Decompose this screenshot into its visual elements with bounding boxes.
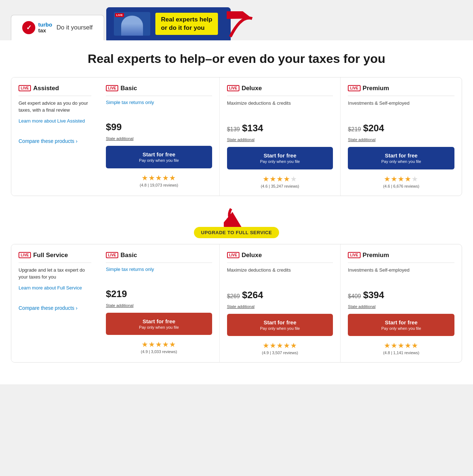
fs-premium-stars: ★★★★★ (4.8 | 1,141 reviews)	[348, 341, 454, 355]
bottom-spacer	[11, 370, 462, 384]
assisted-deluxe-stars: ★★★★★ (4.6 | 35,247 reviews)	[227, 175, 333, 188]
page-headline: Real experts to help–or even do your tax…	[11, 51, 462, 66]
live-badge-fs-basic: LIVE	[106, 252, 118, 258]
turbotax-brand-text: turbo tax	[38, 22, 52, 34]
assisted-deluxe-price: $134	[242, 123, 263, 134]
fs-premium-name: LIVE Premium	[348, 252, 454, 259]
assisted-deluxe-subtitle: Maximize deductions & credits	[227, 100, 291, 106]
tab-diy-label: Do it yourself	[56, 24, 92, 31]
assisted-premium-stars: ★★★★★ (4.6 | 6,676 reviews)	[348, 175, 454, 188]
star-rating-premium-icon: ★★★★★	[348, 175, 454, 183]
person-silhouette-icon	[121, 16, 143, 36]
live-badge-fs-deluxe: LIVE	[227, 252, 239, 258]
live-badge-basic: LIVE	[106, 85, 118, 91]
assisted-basic-subtitle[interactable]: Simple tax returns only	[106, 100, 212, 105]
live-badge-icon: LIVE	[115, 13, 124, 17]
assisted-basic-reviews: (4.8 | 19,073 reviews)	[106, 183, 212, 187]
fs-premium-reviews: (4.8 | 1,141 reviews)	[348, 351, 454, 355]
assisted-basic-cta-button[interactable]: Start for free Pay only when you file	[106, 146, 212, 168]
full-service-section: LIVE Full Service Upgrade and let a tax …	[11, 244, 462, 363]
fs-deluxe-stars: ★★★★★ (4.9 | 3,507 reviews)	[227, 341, 333, 355]
live-badge-premium: LIVE	[348, 85, 360, 91]
expert-tab-label: Real experts help or do it for you	[155, 13, 218, 35]
fs-deluxe-price: $264	[242, 289, 263, 301]
assisted-premium-reviews: (4.6 | 6,676 reviews)	[348, 184, 454, 188]
assisted-learn-more-link[interactable]: Learn more about Live Assisted	[19, 118, 91, 124]
fs-deluxe-name: LIVE Deluxe	[227, 252, 333, 259]
live-badge-deluxe: LIVE	[227, 85, 239, 91]
upgrade-arrow-icon	[224, 207, 249, 229]
fs-premium-subtitle: Investments & Self-employed	[348, 267, 409, 273]
assisted-basic-stars: ★★★★★ (4.8 | 19,073 reviews)	[106, 173, 212, 187]
fs-deluxe-reviews: (4.9 | 3,507 reviews)	[227, 351, 333, 355]
assisted-premium-name: LIVE Premium	[348, 85, 454, 92]
assisted-deluxe-name: LIVE Deluxe	[227, 85, 333, 92]
live-badge-full-service: LIVE	[19, 252, 31, 258]
assisted-basic-col: LIVE Basic Simple tax returns only $99 S…	[99, 77, 220, 196]
assisted-compare-link[interactable]: Compare these products ›	[19, 138, 91, 144]
fs-premium-price: $394	[363, 289, 384, 301]
assisted-left-col: LIVE Assisted Get expert advice as you d…	[11, 77, 99, 196]
assisted-deluxe-cta-button[interactable]: Start for free Pay only when you file	[227, 147, 333, 169]
live-badge-assisted: LIVE	[19, 85, 31, 91]
tabs-row: ✓ turbo tax Do it yourself LIVE Real exp…	[11, 7, 462, 40]
assisted-deluxe-state: State additional	[227, 137, 333, 142]
fs-deluxe-price-original: $269	[227, 293, 240, 300]
upgrade-label: UPGRADE TO FULL SERVICE	[194, 227, 279, 238]
turbotax-logo: ✓ turbo tax	[22, 21, 52, 34]
fs-basic-stars: ★★★★★ (4.9 | 3,033 reviews)	[106, 340, 212, 354]
assisted-premium-price-original: $219	[348, 126, 361, 133]
assisted-section-title: LIVE Assisted	[19, 85, 91, 92]
assisted-basic-price: $99	[106, 121, 122, 133]
fs-premium-state: State additional	[348, 304, 454, 309]
fs-basic-state: State additional	[106, 303, 212, 308]
full-service-desc: Upgrade and let a tax expert do your tax…	[19, 267, 91, 281]
fs-premium-price-original: $409	[348, 293, 361, 300]
assisted-premium-subtitle: Investments & Self-employed	[348, 100, 409, 106]
top-section: ✓ turbo tax Do it yourself LIVE Real exp…	[0, 0, 473, 40]
fs-deluxe-state: State additional	[227, 304, 333, 309]
full-service-section-title: LIVE Full Service	[19, 252, 91, 259]
turbotax-checkmark-icon: ✓	[22, 21, 35, 34]
fs-premium-cta-button[interactable]: Start for free Pay only when you file	[348, 314, 454, 336]
full-service-learn-more-link[interactable]: Learn more about Full Service	[19, 285, 91, 291]
fs-deluxe-col: LIVE Deluxe Maximize deductions & credit…	[220, 244, 341, 363]
chevron-right-icon-2: ›	[76, 305, 77, 311]
fs-basic-price: $219	[106, 288, 127, 300]
expert-tab-image: LIVE	[114, 12, 150, 36]
fs-deluxe-cta-button[interactable]: Start for free Pay only when you file	[227, 314, 333, 336]
full-service-products-grid: LIVE Full Service Upgrade and let a tax …	[11, 244, 462, 363]
star-rating-fs-basic-icon: ★★★★★	[106, 340, 212, 349]
assisted-deluxe-col: LIVE Deluxe Maximize deductions & credit…	[220, 77, 341, 196]
fs-deluxe-subtitle: Maximize deductions & credits	[227, 267, 291, 273]
assisted-basic-name: LIVE Basic	[106, 85, 212, 92]
full-service-compare-link[interactable]: Compare these products ›	[19, 305, 91, 311]
assisted-premium-col: LIVE Premium Investments & Self-employed…	[341, 77, 462, 196]
assisted-deluxe-reviews: (4.6 | 35,247 reviews)	[227, 184, 333, 188]
star-rating-fs-premium-icon: ★★★★★	[348, 341, 454, 350]
assisted-premium-price: $204	[363, 123, 384, 134]
fs-basic-price-area: $219	[106, 278, 212, 300]
assisted-desc: Get expert advice as you do your taxes, …	[19, 100, 91, 114]
assisted-premium-state: State additional	[348, 137, 454, 142]
star-rating-deluxe-icon: ★★★★★	[227, 175, 333, 183]
assisted-basic-state: State additional	[106, 136, 212, 141]
fs-basic-col: LIVE Basic Simple tax returns only $219 …	[99, 244, 220, 363]
fs-deluxe-price-area: $269 $264	[227, 279, 333, 301]
assisted-deluxe-price-area: $139 $134	[227, 112, 333, 134]
fs-basic-subtitle[interactable]: Simple tax returns only	[106, 267, 212, 272]
assisted-premium-cta-button[interactable]: Start for free Pay only when you file	[348, 147, 454, 169]
assisted-section: LIVE Assisted Get expert advice as you d…	[11, 77, 462, 196]
fs-premium-col: LIVE Premium Investments & Self-employed…	[341, 244, 462, 363]
fs-premium-price-area: $409 $394	[348, 279, 454, 301]
fs-basic-name: LIVE Basic	[106, 252, 212, 259]
chevron-right-icon: ›	[76, 138, 77, 144]
live-badge-fs-premium: LIVE	[348, 252, 360, 258]
tab-diy[interactable]: ✓ turbo tax Do it yourself	[11, 15, 104, 40]
tab-expert[interactable]: LIVE Real experts help or do it for you	[106, 7, 231, 40]
fs-basic-cta-button[interactable]: Start for free Pay only when you file	[106, 313, 212, 335]
assisted-basic-price-area: $99	[106, 111, 212, 133]
upgrade-banner-area: UPGRADE TO FULL SERVICE	[11, 207, 462, 238]
fs-basic-reviews: (4.9 | 3,033 reviews)	[106, 349, 212, 354]
assisted-deluxe-price-original: $139	[227, 126, 240, 133]
